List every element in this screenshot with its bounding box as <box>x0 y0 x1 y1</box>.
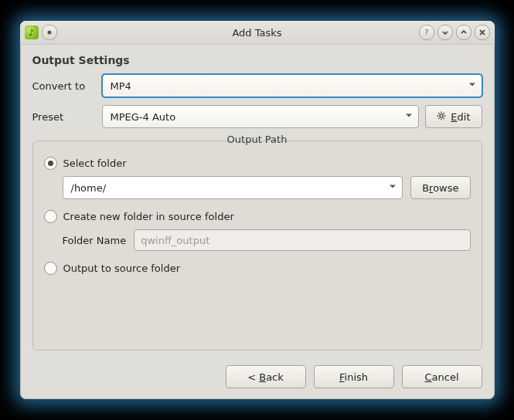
svg-line-8 <box>444 117 444 118</box>
output-folder-combo[interactable]: /home/ <box>63 176 403 199</box>
chevron-down-icon <box>468 80 477 92</box>
titlebar: ♪ Add Tasks ? <box>20 21 495 45</box>
convert-to-select[interactable]: MP4 <box>102 74 482 97</box>
preset-value: MPEG-4 Auto <box>111 111 176 123</box>
pin-button[interactable] <box>42 25 57 40</box>
svg-point-0 <box>48 31 50 33</box>
radio-select-folder-label: Select folder <box>63 158 127 169</box>
svg-point-2 <box>440 114 443 117</box>
preset-label: Preset <box>32 111 96 123</box>
svg-line-7 <box>438 113 439 113</box>
gear-icon <box>437 111 446 123</box>
finish-button-label: Finish <box>339 371 368 383</box>
folder-name-placeholder: qwinff_output <box>141 235 209 246</box>
section-heading: Output Settings <box>32 54 482 66</box>
radio-output-source[interactable] <box>44 262 57 275</box>
preset-select[interactable]: MPEG-4 Auto <box>102 105 420 128</box>
close-button[interactable] <box>475 25 490 40</box>
dialog-window: ♪ Add Tasks ? Output Settings Convert to… <box>20 21 495 399</box>
cancel-button-label: Cancel <box>424 371 458 383</box>
folder-name-input[interactable]: qwinff_output <box>134 229 470 251</box>
convert-to-label: Convert to <box>32 80 96 92</box>
app-icon: ♪ <box>25 25 39 39</box>
convert-to-value: MP4 <box>111 80 131 92</box>
radio-select-folder[interactable] <box>44 157 57 170</box>
dialog-footer: < Back Finish Cancel <box>32 358 482 388</box>
back-button[interactable]: < Back <box>226 365 306 388</box>
output-folder-value: /home/ <box>71 182 107 194</box>
output-path-legend: Output Path <box>220 134 295 145</box>
browse-button-label: Browse <box>422 182 458 194</box>
help-button[interactable]: ? <box>419 25 434 40</box>
maximize-button[interactable] <box>456 25 471 40</box>
radio-create-folder[interactable] <box>44 210 57 223</box>
output-path-group: Output Path Select folder /home/ Browse <box>32 141 482 351</box>
edit-button-label: Edit <box>451 111 470 123</box>
client-area: Output Settings Convert to MP4 Preset MP… <box>20 45 495 399</box>
folder-name-label: Folder Name <box>63 235 127 246</box>
browse-button[interactable]: Browse <box>410 176 470 199</box>
svg-line-10 <box>438 117 439 118</box>
chevron-down-icon <box>404 111 414 123</box>
radio-create-folder-label: Create new folder in source folder <box>63 211 234 222</box>
minimize-button[interactable] <box>437 25 453 40</box>
back-button-label: < Back <box>247 371 284 383</box>
radio-output-source-label: Output to source folder <box>63 262 181 274</box>
cancel-button[interactable]: Cancel <box>402 365 482 388</box>
svg-line-9 <box>444 113 444 113</box>
svg-text:?: ? <box>424 29 428 36</box>
finish-button[interactable]: Finish <box>314 365 394 388</box>
chevron-down-icon <box>388 182 397 194</box>
edit-button[interactable]: Edit <box>425 105 482 128</box>
